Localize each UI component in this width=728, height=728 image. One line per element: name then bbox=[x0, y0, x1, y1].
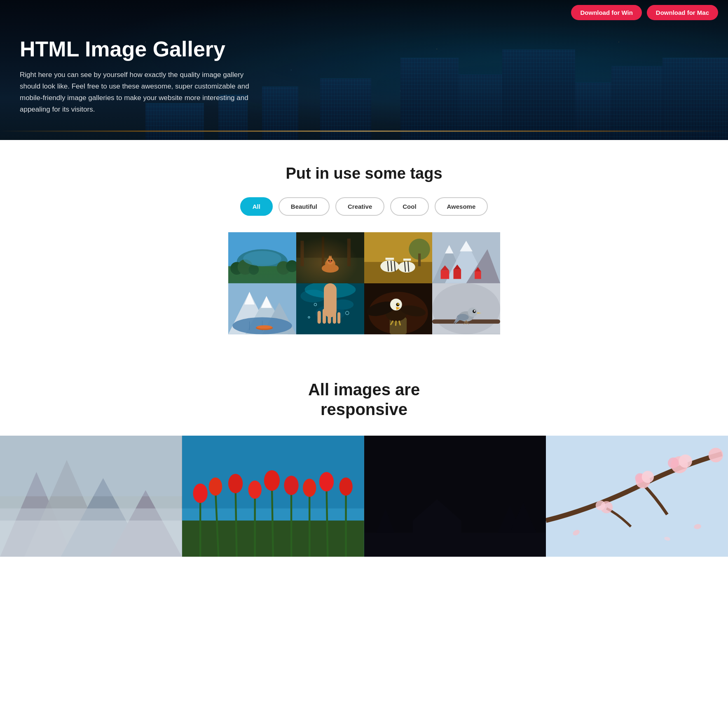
svg-point-122 bbox=[228, 474, 243, 493]
svg-point-3 bbox=[230, 262, 243, 275]
hero-top-bar: Download for Win Download for Mac bbox=[0, 0, 728, 25]
svg-rect-11 bbox=[300, 241, 304, 266]
responsive-gallery-item[interactable] bbox=[182, 436, 364, 557]
svg-point-146 bbox=[709, 448, 723, 462]
gallery-image-8 bbox=[432, 283, 500, 334]
gallery-item[interactable] bbox=[228, 232, 296, 283]
gallery-image-6 bbox=[296, 283, 364, 334]
svg-line-84 bbox=[396, 321, 396, 326]
svg-marker-16 bbox=[328, 256, 332, 260]
svg-rect-107 bbox=[0, 436, 182, 496]
svg-rect-33 bbox=[403, 259, 411, 261]
gallery-item[interactable] bbox=[296, 232, 364, 283]
svg-rect-67 bbox=[328, 308, 331, 324]
responsive-gallery-item[interactable] bbox=[0, 436, 182, 557]
svg-rect-42 bbox=[440, 271, 449, 279]
svg-point-15 bbox=[325, 259, 335, 269]
filter-all-button[interactable]: All bbox=[240, 197, 273, 216]
svg-rect-132 bbox=[364, 532, 546, 557]
svg-point-121 bbox=[209, 477, 222, 495]
svg-point-124 bbox=[264, 470, 280, 491]
svg-point-22 bbox=[329, 261, 331, 263]
svg-point-120 bbox=[193, 483, 207, 503]
svg-rect-106 bbox=[0, 520, 182, 557]
svg-rect-44 bbox=[453, 270, 461, 279]
svg-point-20 bbox=[328, 260, 330, 261]
svg-rect-68 bbox=[332, 309, 336, 324]
svg-rect-28 bbox=[385, 258, 394, 260]
svg-point-126 bbox=[303, 478, 316, 497]
responsive-gallery bbox=[0, 436, 728, 557]
gallery-image-4 bbox=[432, 232, 500, 283]
svg-rect-65 bbox=[317, 311, 321, 324]
svg-point-8 bbox=[243, 251, 281, 266]
svg-point-58 bbox=[257, 325, 272, 329]
download-win-button[interactable]: Download for Win bbox=[571, 5, 641, 20]
responsive-section: All images areresponsive bbox=[0, 351, 728, 557]
filter-creative-button[interactable]: Creative bbox=[335, 197, 384, 216]
filter-awesome-button[interactable]: Awesome bbox=[435, 197, 488, 216]
svg-line-113 bbox=[235, 487, 236, 557]
hero-title: HTML Image Gallery bbox=[20, 37, 351, 61]
svg-point-6 bbox=[276, 261, 290, 275]
gallery-item[interactable] bbox=[228, 283, 296, 334]
hero-content: HTML Image Gallery Right here you can se… bbox=[0, 25, 371, 140]
responsive-section-title: All images areresponsive bbox=[0, 380, 728, 419]
svg-rect-137 bbox=[546, 436, 728, 557]
svg-point-125 bbox=[284, 476, 298, 495]
svg-line-115 bbox=[272, 484, 273, 557]
filter-beautiful-button[interactable]: Beautiful bbox=[279, 197, 330, 216]
svg-rect-69 bbox=[337, 312, 340, 324]
hero-description: Right here you can see by yourself how e… bbox=[20, 69, 250, 115]
svg-point-142 bbox=[668, 457, 679, 469]
svg-point-145 bbox=[596, 500, 606, 510]
svg-point-27 bbox=[380, 260, 399, 272]
svg-point-140 bbox=[642, 471, 654, 483]
responsive-gallery-item[interactable] bbox=[546, 436, 728, 557]
svg-point-5 bbox=[248, 265, 259, 275]
svg-rect-13 bbox=[347, 239, 350, 266]
svg-point-123 bbox=[248, 481, 261, 499]
gallery-image-3 bbox=[364, 232, 432, 283]
tags-section-title: Put in use some tags bbox=[10, 165, 718, 182]
svg-point-143 bbox=[679, 455, 692, 468]
svg-marker-19 bbox=[330, 255, 332, 259]
responsive-gallery-item[interactable] bbox=[364, 436, 546, 557]
svg-rect-2 bbox=[228, 266, 296, 283]
download-mac-button[interactable]: Download for Mac bbox=[647, 5, 718, 20]
svg-point-87 bbox=[432, 283, 500, 334]
gallery-item[interactable] bbox=[364, 232, 432, 283]
svg-point-82 bbox=[397, 303, 399, 305]
svg-rect-26 bbox=[418, 254, 420, 266]
filter-cool-button[interactable]: Cool bbox=[390, 197, 428, 216]
gallery-image-2 bbox=[296, 232, 364, 283]
svg-rect-66 bbox=[322, 309, 325, 324]
hero-section: Download for Win Download for Mac HTML I… bbox=[0, 0, 728, 140]
svg-point-128 bbox=[339, 477, 352, 495]
svg-rect-46 bbox=[475, 271, 481, 279]
svg-point-17 bbox=[327, 258, 334, 265]
gallery-image-5 bbox=[228, 283, 296, 334]
svg-rect-10 bbox=[296, 258, 364, 283]
gallery-item[interactable] bbox=[364, 283, 432, 334]
gallery-item[interactable] bbox=[432, 283, 500, 334]
svg-point-90 bbox=[468, 308, 477, 317]
gallery-grid bbox=[220, 232, 508, 334]
svg-point-127 bbox=[319, 472, 334, 491]
svg-rect-12 bbox=[321, 237, 324, 266]
gallery-image-7 bbox=[364, 283, 432, 334]
svg-point-21 bbox=[330, 260, 332, 261]
svg-rect-9 bbox=[296, 232, 364, 283]
tags-section: Put in use some tags All Beautiful Creat… bbox=[0, 140, 728, 351]
svg-point-92 bbox=[474, 310, 475, 312]
gallery-image-1 bbox=[228, 232, 296, 283]
gallery-item[interactable] bbox=[296, 283, 364, 334]
gallery-item[interactable] bbox=[432, 232, 500, 283]
tags-filter-bar: All Beautiful Creative Cool Awesome bbox=[10, 197, 718, 216]
svg-line-118 bbox=[326, 485, 328, 557]
svg-marker-18 bbox=[328, 255, 330, 259]
svg-point-32 bbox=[398, 262, 415, 273]
svg-point-14 bbox=[321, 264, 338, 273]
